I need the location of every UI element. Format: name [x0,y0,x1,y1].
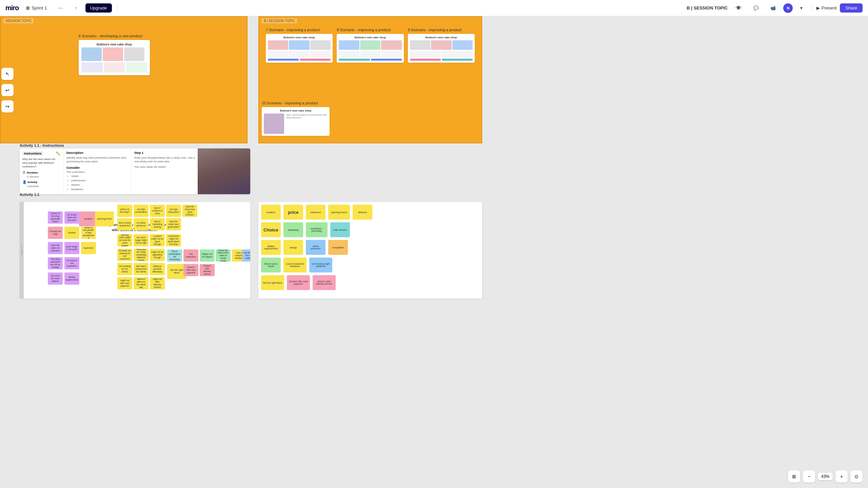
rp-design: design [283,240,303,255]
rp-price: price [283,205,303,220]
sticky-not-card: might not offer card payment [117,277,132,289]
step1-text: Enter your thoughts/ideas into a sticky … [134,156,196,163]
card-text-3 [126,62,147,73]
sticky-location-not-good: Location might not be good enough [150,234,165,246]
play-icon: ▶ [816,5,820,11]
board-side-label: Activity 1.1 [20,202,24,299]
sticky-not-creating: not creating for her clients [117,263,132,275]
scenario10-section: 10 Scenario - improving a product Bobina… [262,101,330,136]
rp-no-delivery2: Doesn't offer delivery service [313,275,336,290]
s9-img1 [410,40,430,50]
undo-tool[interactable]: ↩ [1,84,14,96]
activity-type-icon: 👤 [22,180,26,184]
sticky-wrong-audience: not showing the right audience [242,249,250,262]
right-activity-panel: location price tolerance opening hours d… [258,202,482,299]
sticky-it-closes: It closes too early [48,227,63,239]
zoom-out-button[interactable]: − [803,470,815,483]
grid-view-button[interactable]: ⊞ [788,470,800,483]
sticky-no-card-payment: Doesn't offer card payment [183,264,198,276]
more-button[interactable]: ⋯ [54,3,67,13]
s9-img3 [452,40,473,50]
activity-type-value: Individual [27,185,61,188]
s10-text: Step 1 text description for improving th… [286,114,328,134]
zoom-in-button[interactable]: + [835,470,848,483]
chevron-down-icon[interactable]: ▾ [796,3,807,13]
clock-icon: ⏱ [22,171,26,175]
scenario10-title: 10 Scenario - improving a product [262,101,330,105]
s8-info1 [339,51,359,58]
sticky-get-rid-addons: Get rid of too much addons [48,272,63,285]
consider-item-limitations: limitations [71,187,129,192]
emoji-icons[interactable]: 👁️ [731,3,746,13]
miro-logo: miro [5,4,19,12]
scenario8-card: Bobina's new cake shop [337,34,403,63]
rp-online: online presence [306,240,326,255]
s7-img3 [310,40,331,50]
sprint-tab[interactable]: Sprint 1 [23,4,50,12]
sticky-dietary: dietary requirements [64,272,79,285]
rp-opening-hours: opening hours [328,205,350,220]
redo-tool[interactable]: ↪ [1,100,14,113]
scenario7-card-title: Bobina's new cake shop [268,36,331,39]
scenario6-card-title: Bobina's new cake shop [81,43,147,46]
rp-competition: competition [328,240,348,255]
sticky-combination: not right combination [134,205,149,217]
upgrade-button[interactable]: Upgrade [85,3,112,13]
present-button[interactable]: ▶ Present [816,5,836,11]
consider-title: Consider [66,166,129,169]
s9-info1 [410,51,441,58]
sticky-needs-ask: needs to ask people if they actually lik… [81,227,96,239]
s9-bar2 [442,59,473,61]
s8-img2 [360,40,380,50]
s9-bottom [410,59,473,61]
share-button[interactable]: Share [840,3,863,13]
rp-no-card2: Doesn't offer card payment [287,275,310,290]
sticky-price-range: price range is too posh [64,242,79,254]
sticky-not-catering: Possibly not catering for her customers [117,249,132,261]
card-text-1 [81,62,103,73]
rp-location: location [261,205,281,220]
left-sidebar: ↖ ↩ ↪ [0,68,15,113]
scenario9-card-title: Bobina's new cake shop [410,36,473,39]
s7-img2 [289,40,309,50]
instructions-image-inner [198,148,250,194]
zoom-level: 43% [818,473,833,480]
instructions-left-col: Instructions ✏️ Why are the new cakes no… [20,148,64,194]
sticky-opening-times-work: opening times might not work for some pe… [117,234,132,246]
scenario8-section: 8 Scenario - improving a product Bobina'… [337,28,403,63]
chat-icon[interactable]: 💬 [749,3,763,13]
toolbar-sep2 [811,4,812,12]
upload-button[interactable]: ↑ [71,3,81,13]
s8-info2 [360,51,380,58]
sticky-too-much-sugar: too much sugar might not be right [134,234,149,246]
rp-marketing: marketing + promoting [306,222,328,237]
scenario7-section: 7 Scenario - improving a product Bobina'… [266,28,333,63]
tab-dot [26,6,29,10]
scenario8-imgs [339,40,401,50]
consider-item-needs: needs [71,174,129,179]
sticky-failing-promote: failing to promote effectively [150,263,165,275]
consider-item-preferences: preferences [71,179,129,183]
sticky-too-expensive-2: Too expensive [183,249,198,262]
scenario7-card: Bobina's new cake shop [266,34,333,63]
camera-icon[interactable]: 📹 [766,3,780,13]
duration-label: Duration [27,171,38,174]
s7-info1 [268,51,288,58]
sticky-colour-icing: Colour of the icing generally faded [48,211,63,224]
cursor-tool[interactable]: ↖ [1,68,14,80]
description-title: Description [66,151,129,155]
rp-rude-service: rude service [330,222,350,237]
pencil-icon[interactable]: ✏️ [56,151,61,156]
sticky-flavor-combo: Flavor combination not interesting [167,249,182,262]
canvas: SESSION TOPIC 6 Scenario - developing a … [0,16,868,488]
sticky-shop-expensive: the shop is too expensive [64,257,79,269]
user-avatar[interactable]: N [783,3,793,13]
activity-board: Activity 1.1 Why are the new cakes not p… [20,202,250,299]
rp-tolerance: tolerance [306,205,326,220]
sticky-lack-awareness: lack of shop awareness [117,218,132,230]
fit-screen-button[interactable]: ⊙ [850,470,863,483]
scenario10-card: Bobina's new cake shop Step 1 text descr… [262,107,330,136]
toolbar-separator [117,4,118,12]
consider-text: The customers: [66,170,129,174]
scenario7-imgs [268,40,331,50]
